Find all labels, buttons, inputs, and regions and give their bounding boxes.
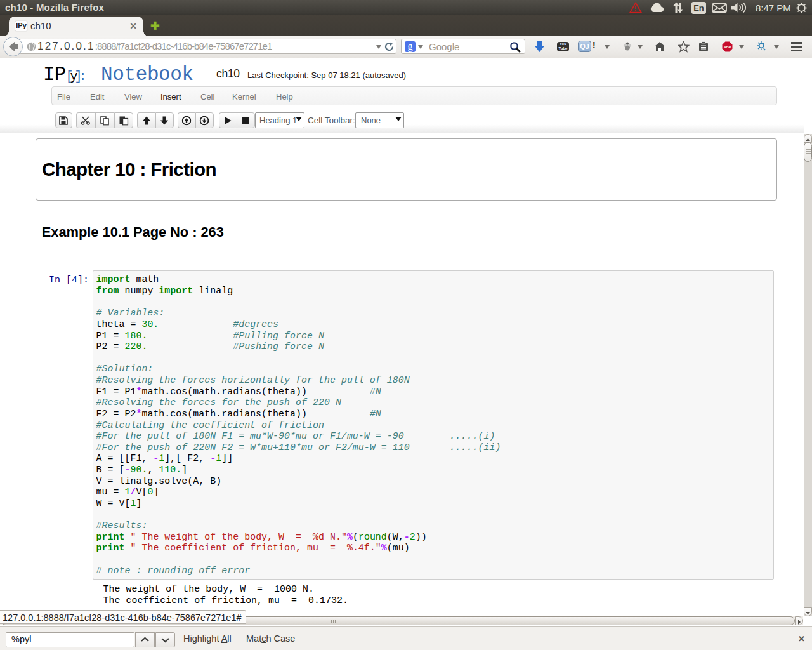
svg-text:ABP: ABP — [724, 45, 731, 49]
